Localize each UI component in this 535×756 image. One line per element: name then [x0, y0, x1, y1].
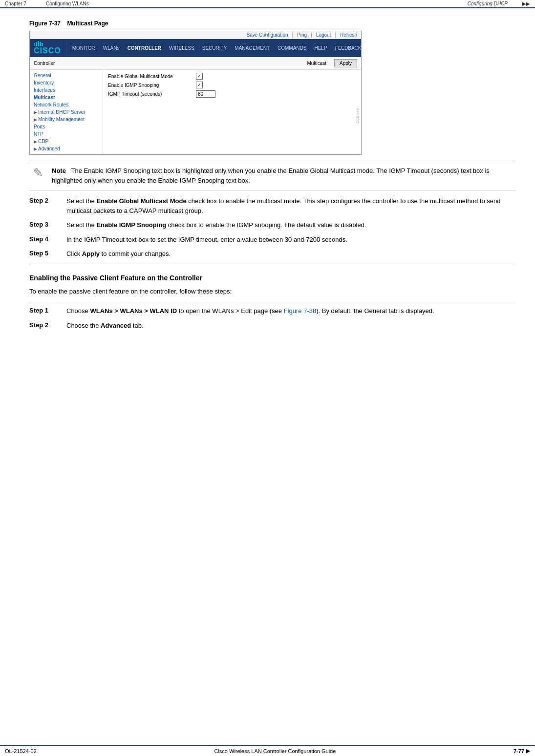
enabling-section-heading: Enabling the Passive Client Feature on t…	[29, 274, 515, 282]
page-decoration: ▶▶	[522, 1, 530, 6]
sidebar-item-mobility[interactable]: ▶ Mobility Management	[30, 116, 103, 123]
enabling-step-1-text: Choose WLANs > WLANs > WLAN ID to open t…	[66, 306, 515, 316]
checkbox-global-multicast[interactable]: ✓	[196, 73, 203, 80]
sidebar-item-cdp[interactable]: ▶ CDP	[30, 138, 103, 145]
nav-feedback[interactable]: FEEDBACK	[331, 43, 365, 53]
nav-controller[interactable]: CONTROLLER	[124, 43, 165, 53]
footer-doc-id: OL-21524-02	[5, 748, 37, 754]
nav-security[interactable]: SECURITY	[198, 43, 231, 53]
expand-arrow-dhcp: ▶	[34, 110, 37, 115]
ping-link[interactable]: Ping	[297, 32, 307, 38]
footer-page-area: 7-77 ▶	[514, 748, 530, 754]
enabling-step-1-label: Step 1	[29, 306, 59, 314]
logout-link[interactable]: Logout	[316, 32, 331, 38]
screenshot-box: Save Configuration | Ping | Logout | Ref…	[29, 31, 362, 155]
save-config-link[interactable]: Save Configuration	[246, 32, 288, 38]
main-content: Figure 7-37 Multicast Page Save Configur…	[0, 10, 535, 345]
nav-help[interactable]: HELP	[310, 43, 331, 53]
note-content: Note The Enable IGMP Snooping text box i…	[52, 166, 515, 185]
step-2-text: Select the Enable Global Multicast Mode …	[66, 196, 515, 215]
page-footer: OL-21524-02 Cisco Wireless LAN Controlle…	[0, 745, 535, 756]
nav-wireless[interactable]: WIRELESS	[165, 43, 198, 53]
checkbox-igmp-snooping[interactable]: ✓	[196, 82, 203, 88]
sidebar-item-inventory[interactable]: Inventory	[30, 79, 103, 86]
form-row-global-multicast: Enable Global Multicast Mode ✓	[108, 73, 356, 80]
cisco-top-bar: Save Configuration | Ping | Logout | Ref…	[30, 31, 361, 39]
nav-wlans[interactable]: WLANs	[99, 43, 124, 53]
section-label: Configuring WLANs	[46, 1, 89, 6]
ctrl-sidebar: General Inventory Interfaces Multicast N…	[30, 70, 103, 154]
nav-monitor[interactable]: MONITOR	[68, 43, 99, 53]
nav-commands[interactable]: COMMANDS	[274, 43, 310, 53]
figure-title: Figure 7-37 Multicast Page	[29, 20, 515, 27]
sidebar-item-interfaces[interactable]: Interfaces	[30, 86, 103, 94]
footer-page-number: 7-77	[514, 748, 524, 754]
expand-arrow-cdp: ▶	[34, 139, 37, 144]
chapter-bar: Chapter 7 Configuring WLANs Configuring …	[0, 0, 535, 8]
step-5-text: Click Apply to commit your changes.	[66, 249, 515, 259]
step-2-row: Step 2 Select the Enable Global Multicas…	[29, 196, 515, 215]
steps-section: Step 2 Select the Enable Global Multicas…	[29, 196, 515, 259]
chapter-label: Chapter 7	[5, 1, 26, 6]
sidebar-item-ports[interactable]: Ports	[30, 123, 103, 130]
note-label: Note	[52, 167, 66, 174]
form-label-igmp-timeout: IGMP Timeout (seconds)	[108, 91, 196, 97]
footer-title: Cisco Wireless LAN Controller Configurat…	[214, 748, 336, 754]
figure-38-link[interactable]: Figure 7-38	[284, 307, 316, 315]
cisco-logo: CISCO	[32, 39, 66, 57]
expand-arrow-advanced: ▶	[34, 147, 37, 151]
watermark-area: 248955	[108, 100, 356, 124]
nav-management[interactable]: MANAGEMENT	[231, 43, 274, 53]
sidebar-item-network-routes[interactable]: Network Routes	[30, 101, 103, 108]
step-4-label: Step 4	[29, 235, 59, 243]
form-row-igmp-snooping: Enable IGMP Snooping ✓	[108, 82, 356, 88]
footer-nav-icon: ▶	[526, 748, 530, 754]
sidebar-item-internal-dhcp[interactable]: ▶ Internal DHCP Server	[30, 108, 103, 116]
section-divider	[29, 264, 515, 264]
enabling-step-1-row: Step 1 Choose WLANs > WLANs > WLAN ID to…	[29, 306, 515, 316]
apply-button[interactable]: Apply	[334, 59, 357, 67]
enabling-step-2-row: Step 2 Choose the Advanced tab.	[29, 321, 515, 331]
cisco-menu-bar: CISCO MONITOR WLANs CONTROLLER WIRELESS …	[30, 39, 361, 57]
form-row-igmp-timeout: IGMP Timeout (seconds)	[108, 90, 356, 98]
ctrl-content: General Inventory Interfaces Multicast N…	[30, 70, 361, 154]
dhcp-label: Configuring DHCP	[468, 1, 508, 6]
note-text: The Enable IGMP Snooping text box is hig…	[52, 167, 490, 184]
cisco-logo-text: CISCO	[34, 46, 61, 55]
enabling-step-2-text: Choose the Advanced tab.	[66, 321, 515, 331]
enabling-steps-section: Step 1 Choose WLANs > WLANs > WLAN ID to…	[29, 306, 515, 330]
expand-arrow-mobility: ▶	[34, 117, 37, 122]
input-igmp-timeout[interactable]	[196, 90, 215, 98]
step-2-label: Step 2	[29, 196, 59, 204]
refresh-link[interactable]: Refresh	[340, 32, 357, 38]
sidebar-item-general[interactable]: General	[30, 72, 103, 79]
ctrl-main-form: Enable Global Multicast Mode ✓ Enable IG…	[103, 70, 361, 154]
intro-divider	[29, 302, 515, 302]
note-box: ✎ Note The Enable IGMP Snooping text box…	[29, 161, 515, 190]
note-pencil-icon: ✎	[33, 166, 43, 180]
breadcrumb-bar: Controller Multicast Apply	[30, 57, 361, 70]
step-5-label: Step 5	[29, 249, 59, 257]
cisco-logo-icon	[34, 41, 61, 46]
step-5-row: Step 5 Click Apply to commit your change…	[29, 249, 515, 259]
step-3-text: Select the Enable IGMP Snooping check bo…	[66, 220, 515, 230]
sidebar-item-advanced[interactable]: ▶ Advanced	[30, 145, 103, 152]
enabling-intro: To enable the passive client feature on …	[29, 287, 515, 296]
breadcrumb-left: Controller	[34, 61, 55, 66]
form-label-igmp-snooping: Enable IGMP Snooping	[108, 83, 196, 88]
enabling-step-2-label: Step 2	[29, 321, 59, 329]
step-3-label: Step 3	[29, 220, 59, 228]
form-label-global-multicast: Enable Global Multicast Mode	[108, 74, 196, 79]
note-icon-area: ✎	[29, 166, 47, 180]
step-4-row: Step 4 In the IGMP Timeout text box to s…	[29, 235, 515, 245]
sidebar-item-multicast[interactable]: Multicast	[30, 94, 103, 101]
step-3-row: Step 3 Select the Enable IGMP Snooping c…	[29, 220, 515, 230]
watermark: 248955	[356, 108, 360, 124]
step-4-text: In the IGMP Timeout text box to set the …	[66, 235, 515, 245]
breadcrumb-right: Multicast	[307, 61, 326, 66]
sidebar-item-ntp[interactable]: NTP	[30, 130, 103, 138]
